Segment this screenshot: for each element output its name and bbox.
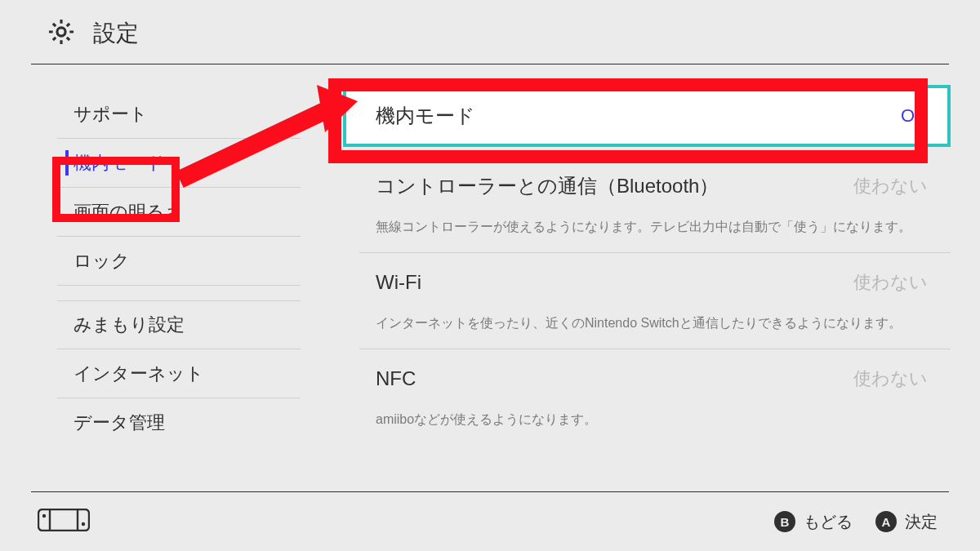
setting-description: 無線コントローラーが使えるようになります。テレビ出力中は自動で「使う」になります… — [343, 216, 951, 252]
svg-point-0 — [57, 28, 65, 36]
ok-button[interactable]: A 決定 — [875, 511, 938, 533]
header: 設定 — [0, 0, 980, 64]
sidebar-item-label: 機内モード — [57, 151, 165, 176]
sidebar-item-label: みまもり設定 — [57, 313, 185, 337]
sidebar-item-label: ロック — [57, 249, 130, 273]
sidebar-item-label: インターネット — [57, 362, 204, 386]
sidebar-item-label: データ管理 — [57, 411, 165, 435]
sidebar-item-support[interactable]: サポート — [57, 90, 301, 139]
a-button-icon: A — [875, 511, 897, 532]
main-panel: 機内モード ON コントローラーとの通信（Bluetooth） 使わない 無線コ… — [301, 67, 980, 492]
button-label: 決定 — [905, 511, 938, 533]
svg-rect-4 — [38, 509, 89, 531]
gear-icon — [46, 16, 77, 51]
page-title: 設定 — [93, 18, 139, 49]
controller-icon — [38, 509, 90, 535]
setting-row-bluetooth[interactable]: コントローラーとの通信（Bluetooth） 使わない — [343, 157, 951, 216]
sidebar: サポート 機内モード 画面の明るさ ロック みまもり設定 インターネット データ… — [0, 67, 301, 492]
setting-description: amiiboなどが使えるようになります。 — [343, 408, 951, 445]
setting-value: 使わない — [853, 174, 928, 198]
sidebar-item-data[interactable]: データ管理 — [57, 398, 301, 447]
sidebar-item-internet[interactable]: インターネット — [57, 349, 301, 398]
setting-value: 使わない — [853, 270, 928, 295]
setting-row-nfc[interactable]: NFC 使わない — [343, 349, 951, 408]
sidebar-item-airplane[interactable]: 機内モード — [57, 139, 301, 188]
sidebar-item-brightness[interactable]: 画面の明るさ — [57, 188, 301, 237]
sidebar-item-parental[interactable]: みまもり設定 — [57, 300, 301, 349]
setting-row-wifi[interactable]: Wi-Fi 使わない — [343, 253, 951, 312]
setting-value: 使わない — [853, 367, 928, 391]
setting-label: 機内モード — [376, 103, 475, 129]
footer: B もどる A 決定 — [31, 491, 949, 551]
sidebar-item-label: サポート — [57, 102, 148, 127]
svg-point-8 — [82, 522, 85, 526]
back-button[interactable]: B もどる — [774, 511, 853, 533]
setting-row-airplane[interactable]: 機内モード ON — [343, 85, 951, 147]
sidebar-item-label: 画面の明るさ — [57, 200, 184, 224]
svg-point-7 — [42, 514, 46, 518]
setting-value: ON — [901, 105, 928, 127]
setting-label: コントローラーとの通信（Bluetooth） — [376, 173, 719, 199]
setting-label: NFC — [376, 367, 416, 390]
setting-description: インターネットを使ったり、近くのNintendo Switchと通信したりできる… — [343, 312, 951, 349]
button-label: もどる — [804, 511, 853, 533]
b-button-icon: B — [774, 511, 795, 532]
sidebar-item-lock[interactable]: ロック — [57, 237, 301, 286]
selection-bar — [65, 150, 69, 176]
setting-label: Wi-Fi — [376, 271, 421, 294]
header-divider — [31, 64, 949, 64]
